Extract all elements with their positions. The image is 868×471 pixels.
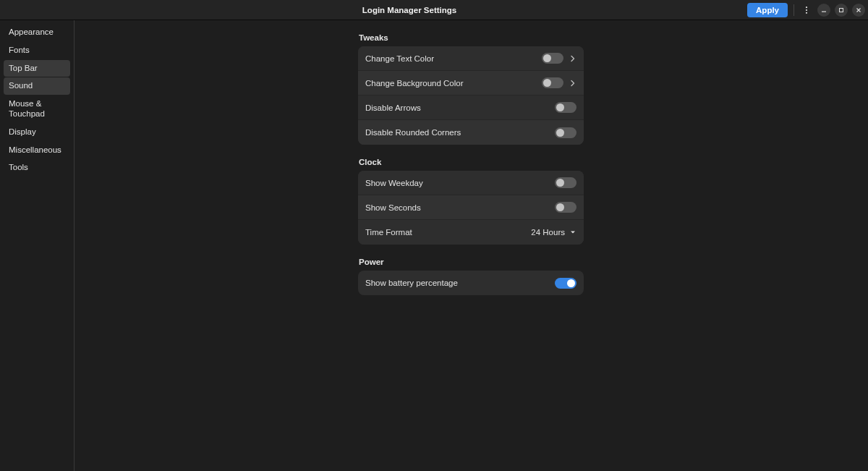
sidebar-item-tools[interactable]: Tools — [4, 159, 70, 177]
content-area: Tweaks Change Text Color Change Backgrou… — [75, 20, 868, 471]
row-change-background-color[interactable]: Change Background Color — [358, 71, 584, 96]
svg-point-1 — [806, 9, 807, 10]
svg-point-0 — [806, 7, 807, 8]
dots-vertical-icon — [802, 6, 811, 14]
window-title: Login Manager Settings — [72, 6, 747, 14]
section-title-tweaks: Tweaks — [358, 33, 584, 42]
chevron-right-icon — [569, 80, 576, 87]
sidebar-item-miscellaneous[interactable]: Miscellaneous — [4, 142, 70, 159]
row-label: Show Weekday — [365, 179, 555, 187]
maximize-icon — [838, 7, 844, 13]
sidebar-item-label: Miscellaneous — [9, 145, 61, 154]
section-title-clock: Clock — [358, 158, 584, 166]
main-content: Appearance Fonts Top Bar Sound Mouse & T… — [0, 20, 868, 471]
row-change-text-color[interactable]: Change Text Color — [358, 46, 584, 71]
titlebar-divider — [793, 4, 794, 16]
section-group-power: Show battery percentage — [358, 271, 584, 295]
section-title-power: Power — [358, 258, 584, 266]
maximize-button[interactable] — [835, 4, 848, 17]
toggle-show-seconds[interactable] — [555, 202, 576, 213]
row-disable-rounded-corners: Disable Rounded Corners — [358, 120, 584, 145]
sidebar-item-appearance[interactable]: Appearance — [4, 24, 70, 41]
sidebar-item-label: Fonts — [9, 46, 30, 54]
row-time-format[interactable]: Time Format 24 Hours — [358, 220, 584, 245]
toggle-change-text-color[interactable] — [542, 53, 563, 64]
sidebar-item-label: Mouse & Touchpad — [9, 99, 45, 118]
toggle-change-background-color[interactable] — [542, 77, 563, 88]
row-show-battery-percentage: Show battery percentage — [358, 271, 584, 295]
sidebar: Appearance Fonts Top Bar Sound Mouse & T… — [0, 20, 75, 471]
row-label: Time Format — [365, 228, 531, 237]
row-label: Show Seconds — [365, 203, 555, 212]
sidebar-item-label: Display — [9, 127, 36, 136]
row-label: Show battery percentage — [365, 279, 555, 287]
row-label: Change Background Color — [365, 79, 542, 88]
sidebar-item-label: Tools — [9, 163, 28, 171]
toggle-show-weekday[interactable] — [555, 177, 576, 188]
row-show-weekday: Show Weekday — [358, 171, 584, 195]
chevron-right-icon — [569, 55, 576, 62]
sidebar-item-label: Appearance — [9, 27, 54, 36]
row-label: Disable Rounded Corners — [365, 128, 555, 137]
row-label: Change Text Color — [365, 54, 542, 63]
titlebar: Login Manager Settings Apply — [0, 0, 868, 20]
dropdown-arrow-icon — [569, 229, 576, 236]
section-group-tweaks: Change Text Color Change Background Colo… — [358, 46, 584, 145]
svg-rect-4 — [840, 8, 843, 12]
minimize-button[interactable] — [817, 4, 830, 17]
sidebar-item-label: Sound — [9, 81, 33, 90]
close-button[interactable] — [852, 4, 865, 17]
sidebar-item-fonts[interactable]: Fonts — [4, 42, 70, 59]
row-label: Disable Arrows — [365, 103, 555, 112]
sidebar-item-sound[interactable]: Sound — [4, 77, 70, 95]
time-format-value: 24 Hours — [531, 228, 565, 237]
titlebar-actions: Apply — [747, 3, 865, 17]
sidebar-item-mouse-touchpad[interactable]: Mouse & Touchpad — [4, 96, 70, 123]
section-group-clock: Show Weekday Show Seconds Time Format 24… — [358, 171, 584, 245]
toggle-show-battery-percentage[interactable] — [555, 278, 576, 289]
sidebar-item-label: Top Bar — [9, 64, 38, 72]
sidebar-item-display[interactable]: Display — [4, 124, 70, 141]
close-icon — [856, 7, 861, 13]
toggle-disable-rounded-corners[interactable] — [555, 127, 576, 138]
minimize-icon — [821, 7, 827, 13]
svg-point-2 — [806, 12, 807, 13]
menu-button[interactable] — [800, 4, 813, 17]
svg-rect-3 — [822, 11, 826, 12]
row-disable-arrows: Disable Arrows — [358, 96, 584, 120]
apply-button[interactable]: Apply — [747, 3, 788, 17]
row-show-seconds: Show Seconds — [358, 195, 584, 220]
toggle-disable-arrows[interactable] — [555, 102, 576, 113]
sidebar-item-top-bar[interactable]: Top Bar — [4, 60, 70, 77]
